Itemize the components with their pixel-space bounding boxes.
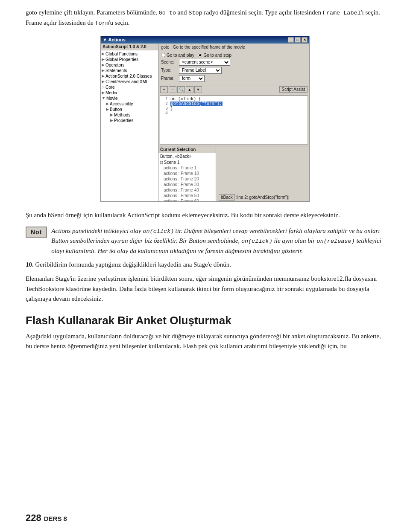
note-text: Actions panelindeki tetikleyici olay on(… bbox=[51, 226, 384, 256]
line-num-4: 4 bbox=[162, 111, 168, 116]
close-btn: ✕ bbox=[302, 37, 308, 43]
tree-item-movie: ▼Movie bbox=[102, 96, 157, 101]
frame-label: Frame: bbox=[161, 76, 179, 81]
scene-label: Scene: bbox=[161, 60, 179, 64]
section-heading: Flash Kullanarak Bir Anket Oluşturmak bbox=[26, 314, 384, 327]
selection-scene-1: □ Scene 1 bbox=[158, 160, 216, 165]
selection-frame-1: actions : Frame 1 bbox=[158, 165, 216, 171]
line-num-2: 2 bbox=[162, 102, 168, 106]
radio-goto-play bbox=[161, 53, 165, 57]
script-assist-btn[interactable]: Script Assist bbox=[279, 86, 308, 93]
code-line-3: 3 } bbox=[162, 106, 306, 111]
action-description: goto : Go to the specified frame of the … bbox=[158, 44, 309, 51]
tree-item-media: ▶Media bbox=[102, 90, 157, 96]
paragraph-5: Elemanları Stage'in üzerine yerleştirme … bbox=[26, 274, 384, 304]
paragraph-step10: 10. Geribildirim formunda yaptığınız değ… bbox=[26, 260, 384, 270]
tree-item-methods: ▶Methods bbox=[102, 112, 157, 118]
code-text-1: on (click) { bbox=[170, 97, 201, 102]
minus-btn[interactable]: − bbox=[169, 86, 176, 93]
minimize-btn: _ bbox=[288, 37, 294, 43]
frame-select[interactable]: form bbox=[179, 75, 205, 82]
code-line-2: 2 gotoAndStop("form"); bbox=[162, 102, 306, 106]
scene-row: Scene: <current scene> bbox=[161, 59, 307, 66]
form-area: Go to and play Go to and stop Scene: <cu… bbox=[158, 51, 309, 85]
selection-item-button: Button, «bBack» bbox=[158, 153, 216, 160]
selection-frame-50: actions : Frame 50 bbox=[158, 193, 216, 198]
line-num-1: 1 bbox=[162, 97, 168, 102]
actions-tree: ▶Global Functions ▶Global Properties ▶Op… bbox=[101, 50, 158, 124]
radio-stop-label: Go to and stop bbox=[203, 53, 231, 58]
add-btn[interactable]: + bbox=[160, 86, 168, 93]
paragraph-2: Şu anda bSend örneği için kullanılacak A… bbox=[26, 210, 384, 220]
maximize-btn: □ bbox=[295, 37, 301, 43]
tree-item-statements: ▶Statements bbox=[102, 68, 157, 73]
selection-frame-40: actions : Frame 40 bbox=[158, 187, 216, 193]
current-selection-header: Current Selection bbox=[158, 146, 216, 153]
tree-item-button: ▶Button bbox=[102, 107, 157, 112]
type-label: Type: bbox=[161, 68, 179, 73]
note-badge: Not bbox=[26, 227, 47, 238]
bottom-line-text: line 2: gotoAndStop("form"); bbox=[237, 195, 290, 200]
left-tree-header: ActionScript 1.0 & 2.0 bbox=[101, 44, 158, 50]
frame-row: Frame: form bbox=[161, 75, 307, 82]
bottom-bar: bBack line 2: gotoAndStop("form"); bbox=[216, 193, 309, 201]
footer-page-number: 228 bbox=[26, 512, 41, 523]
code-text-2-highlight: gotoAndStop("form"); bbox=[170, 102, 223, 106]
scene-select[interactable]: <current scene> bbox=[179, 59, 230, 66]
footer-lesson-label: DERS 8 bbox=[44, 515, 67, 522]
selection-frame-10: actions : Frame 10 bbox=[158, 171, 216, 176]
tree-item-properties: ▶Properties bbox=[102, 118, 157, 123]
code-line-4: 4 bbox=[162, 111, 306, 116]
paragraph-1: goto eylemine çift tıklayın. Parameters … bbox=[26, 8, 384, 28]
type-select[interactable]: Frame Label bbox=[179, 67, 222, 74]
find-btn[interactable]: 🔍 bbox=[177, 86, 185, 93]
left-tree-panel: ActionScript 1.0 & 2.0 ▶Global Functions… bbox=[101, 44, 158, 201]
screenshot-container: ▼ Actions _ □ ✕ ActionScript 1.0 & 2.0 ▶… bbox=[26, 36, 384, 202]
code-line-1: 1 on (click) { bbox=[162, 97, 306, 102]
up-btn[interactable]: ▲ bbox=[186, 86, 193, 93]
paragraph-6: Aşağıdaki uygulamada, kullanıcıların dol… bbox=[26, 331, 384, 352]
page-footer: 228 DERS 8 bbox=[26, 512, 67, 523]
code-text-3: } bbox=[170, 106, 173, 111]
tree-item-as2-classes: ▶ActionScript 2.0 Classes bbox=[102, 73, 157, 79]
titlebar-buttons: _ □ ✕ bbox=[288, 37, 308, 43]
screenshot-inner: ActionScript 1.0 & 2.0 ▶Global Functions… bbox=[101, 44, 309, 201]
bottom-right: bBack line 2: gotoAndStop("form"); bbox=[216, 146, 309, 201]
toolbar-buttons: + − 🔍 ▲ ▼ bbox=[160, 86, 202, 93]
page-content: goto eylemine çift tıklayın. Parameters … bbox=[26, 8, 384, 352]
right-panel: goto : Go to the specified frame of the … bbox=[158, 44, 309, 201]
bottom-section: Current Selection Button, «bBack» □ Scen… bbox=[158, 146, 309, 201]
radio-goto-stop bbox=[198, 53, 202, 57]
note-box: Not Actions panelindeki tetikleyici olay… bbox=[26, 226, 384, 256]
radio-play-label: Go to and play bbox=[167, 53, 194, 58]
code-editor: 1 on (click) { 2 gotoAndStop("form"); 3 … bbox=[160, 96, 308, 145]
tree-item-operators: ▶Operators bbox=[102, 62, 157, 68]
bottom-back-btn[interactable]: bBack bbox=[219, 194, 235, 201]
radio-row: Go to and play Go to and stop bbox=[161, 53, 307, 58]
type-row: Type: Frame Label bbox=[161, 67, 307, 74]
step-number: 10. bbox=[26, 261, 34, 268]
screenshot-titlebar: ▼ Actions _ □ ✕ bbox=[101, 36, 309, 44]
tree-item-core: ▷Core bbox=[102, 84, 157, 90]
screenshot-box: ▼ Actions _ □ ✕ ActionScript 1.0 & 2.0 ▶… bbox=[100, 36, 310, 202]
tree-item-clientserver: ▶Client/Server and XML bbox=[102, 79, 157, 84]
tree-item-accessibility: ▶Accessibility bbox=[102, 101, 157, 107]
screenshot-title: ▼ Actions bbox=[102, 37, 126, 42]
selection-frame-30: actions : Frame 30 bbox=[158, 182, 216, 187]
selection-frame-60: actions : Frame 60 bbox=[158, 198, 216, 201]
selection-frame-20: actions : Frame 20 bbox=[158, 176, 216, 182]
tree-item-global-functions: ▶Global Functions bbox=[102, 51, 157, 57]
down-btn[interactable]: ▼ bbox=[194, 86, 202, 93]
tree-item-global-properties: ▶Global Properties bbox=[102, 57, 157, 62]
selection-tree: Current Selection Button, «bBack» □ Scen… bbox=[158, 146, 216, 201]
line-num-3: 3 bbox=[162, 106, 168, 111]
code-toolbar: + − 🔍 ▲ ▼ Script Assist bbox=[158, 85, 309, 94]
